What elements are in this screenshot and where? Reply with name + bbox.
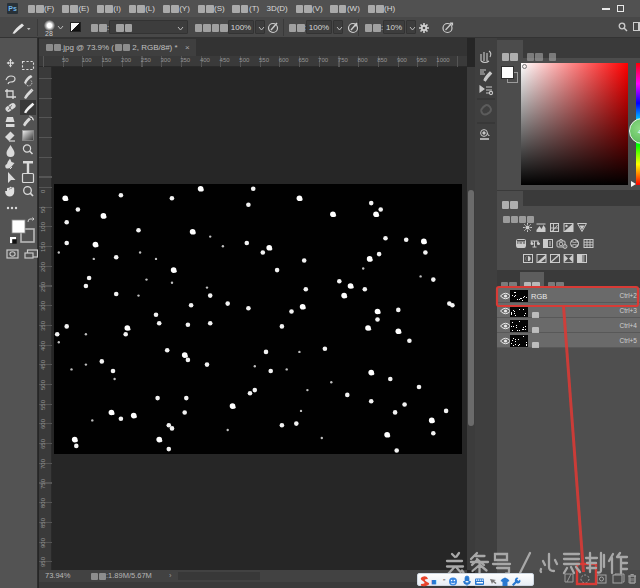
svg-text:■: ■ [431,577,436,587]
svg-text:”: ” [443,578,446,585]
